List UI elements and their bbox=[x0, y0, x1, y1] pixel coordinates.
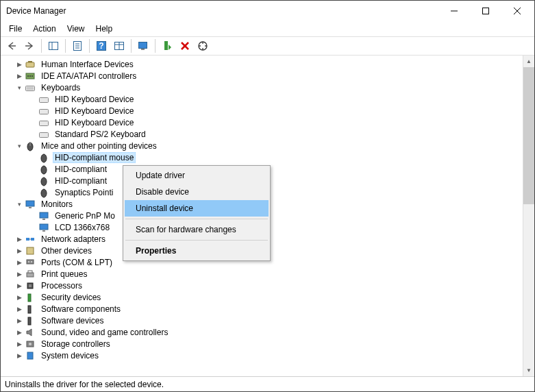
expand-icon[interactable]: ▶ bbox=[14, 317, 24, 324]
show-hide-tree-button[interactable] bbox=[45, 38, 62, 54]
show-hidden-button[interactable] bbox=[111, 38, 127, 54]
expand-icon[interactable]: ▶ bbox=[14, 236, 24, 243]
context-disable-device[interactable]: Disable device bbox=[125, 184, 269, 200]
expand-icon[interactable]: ▶ bbox=[14, 352, 24, 359]
collapse-icon[interactable]: ▾ bbox=[14, 84, 24, 91]
device-label: Generic PnP Mo bbox=[53, 210, 117, 221]
software-icon bbox=[24, 304, 36, 315]
category-security[interactable]: ▶Security devices bbox=[1, 291, 523, 303]
uninstall-x-icon bbox=[179, 40, 190, 51]
storage-icon bbox=[24, 339, 36, 350]
device-mouse-selected[interactable]: HID-compliant mouse bbox=[1, 151, 523, 163]
svg-rect-46 bbox=[26, 238, 29, 241]
ide-icon bbox=[24, 71, 36, 82]
collapse-icon[interactable]: ▾ bbox=[14, 201, 24, 208]
device-label: LCD 1366x768 bbox=[53, 222, 112, 233]
maximize-icon bbox=[482, 8, 489, 14]
svg-rect-27 bbox=[26, 86, 35, 90]
expand-icon[interactable]: ▶ bbox=[14, 294, 24, 301]
category-hid[interactable]: ▶ Human Interface Devices bbox=[1, 58, 523, 70]
category-ide[interactable]: ▶ IDE ATA/ATAPI controllers bbox=[1, 70, 523, 82]
collapse-icon[interactable]: ▾ bbox=[14, 143, 24, 149]
mouse-icon bbox=[38, 187, 50, 198]
category-swdev[interactable]: ▶Software devices bbox=[1, 315, 523, 326]
category-system[interactable]: ▶System devices bbox=[1, 350, 523, 361]
category-label: IDE ATA/ATAPI controllers bbox=[39, 71, 138, 82]
context-properties[interactable]: Properties bbox=[125, 243, 269, 259]
context-update-driver[interactable]: Update driver bbox=[125, 167, 269, 184]
category-printq[interactable]: ▶Print queues bbox=[1, 268, 523, 280]
scroll-down-icon[interactable]: ▼ bbox=[523, 365, 534, 376]
svg-rect-32 bbox=[40, 121, 49, 125]
svg-point-61 bbox=[29, 343, 32, 345]
svg-rect-58 bbox=[28, 306, 31, 313]
svg-rect-42 bbox=[40, 212, 48, 218]
expand-icon[interactable]: ▶ bbox=[14, 282, 24, 289]
category-sound[interactable]: ▶Sound, video and game controllers bbox=[1, 326, 523, 338]
svg-point-26 bbox=[32, 75, 33, 77]
expand-icon[interactable]: ▶ bbox=[14, 341, 24, 347]
device-keyboard[interactable]: HID Keyboard Device bbox=[1, 105, 523, 117]
expand-icon[interactable]: ▶ bbox=[14, 306, 24, 313]
expand-icon[interactable]: ▶ bbox=[14, 73, 24, 79]
minimize-button[interactable] bbox=[438, 1, 470, 21]
menu-help[interactable]: Help bbox=[90, 23, 119, 35]
device-keyboard[interactable]: Standard PS/2 Keyboard bbox=[1, 128, 523, 140]
close-button[interactable] bbox=[501, 1, 533, 21]
category-mice[interactable]: ▾ Mice and other pointing devices bbox=[1, 140, 523, 151]
category-label: Sound, video and game controllers bbox=[39, 327, 170, 338]
expand-icon[interactable]: ▶ bbox=[14, 259, 24, 266]
svg-rect-49 bbox=[27, 247, 34, 254]
category-label: Network adapters bbox=[39, 234, 108, 245]
back-button[interactable] bbox=[3, 38, 20, 54]
forward-button[interactable] bbox=[21, 38, 38, 54]
context-uninstall-device[interactable]: Uninstall device bbox=[125, 200, 269, 217]
device-keyboard[interactable]: HID Keyboard Device bbox=[1, 93, 523, 105]
scan-hardware-button[interactable] bbox=[195, 38, 211, 54]
device-keyboard[interactable]: HID Keyboard Device bbox=[1, 117, 523, 128]
svg-rect-45 bbox=[42, 230, 45, 232]
menu-file[interactable]: File bbox=[3, 23, 27, 35]
svg-text:?: ? bbox=[99, 41, 103, 51]
expand-icon[interactable]: ▶ bbox=[14, 329, 24, 336]
properties-button[interactable] bbox=[69, 38, 86, 54]
hid-icon bbox=[24, 59, 36, 70]
context-scan-hardware[interactable]: Scan for hardware changes bbox=[125, 221, 269, 238]
scan-icon bbox=[197, 40, 208, 51]
svg-point-38 bbox=[41, 177, 47, 186]
vertical-scrollbar[interactable]: ▲ ▼ bbox=[523, 56, 534, 376]
svg-rect-50 bbox=[27, 260, 34, 264]
toolbar-separator bbox=[41, 39, 42, 53]
scroll-up-icon[interactable]: ▲ bbox=[523, 56, 534, 67]
svg-rect-1 bbox=[483, 8, 489, 14]
category-label: Ports (COM & LPT) bbox=[39, 257, 114, 268]
svg-rect-31 bbox=[40, 109, 49, 114]
expand-icon[interactable]: ▶ bbox=[14, 61, 24, 68]
svg-rect-21 bbox=[26, 62, 34, 67]
enable-device-button[interactable] bbox=[159, 38, 175, 54]
toolbar-separator bbox=[155, 39, 155, 53]
category-processors[interactable]: ▶Processors bbox=[1, 280, 523, 291]
category-storage[interactable]: ▶Storage controllers bbox=[1, 338, 523, 350]
keyboard-icon bbox=[24, 82, 36, 93]
scrollbar-thumb[interactable] bbox=[523, 67, 534, 204]
menu-action[interactable]: Action bbox=[27, 23, 61, 35]
expand-icon[interactable]: ▶ bbox=[14, 247, 24, 254]
category-swcomp[interactable]: ▶Software components bbox=[1, 303, 523, 315]
uninstall-device-button[interactable] bbox=[177, 38, 193, 54]
device-label: HID Keyboard Device bbox=[53, 117, 136, 128]
svg-rect-54 bbox=[28, 271, 32, 273]
monitor-update-icon bbox=[138, 40, 149, 51]
svg-rect-17 bbox=[164, 41, 168, 50]
category-keyboards[interactable]: ▾ Keyboards bbox=[1, 82, 523, 93]
maximize-button[interactable] bbox=[470, 1, 501, 21]
expand-icon[interactable]: ▶ bbox=[14, 271, 24, 278]
menu-view[interactable]: View bbox=[62, 23, 90, 35]
sound-icon bbox=[24, 327, 36, 338]
svg-rect-43 bbox=[42, 219, 45, 220]
device-label: HID Keyboard Device bbox=[53, 94, 136, 105]
help-button[interactable]: ? bbox=[93, 38, 110, 54]
svg-point-51 bbox=[28, 261, 29, 262]
update-driver-button[interactable] bbox=[135, 38, 151, 54]
panel-icon bbox=[48, 40, 59, 51]
